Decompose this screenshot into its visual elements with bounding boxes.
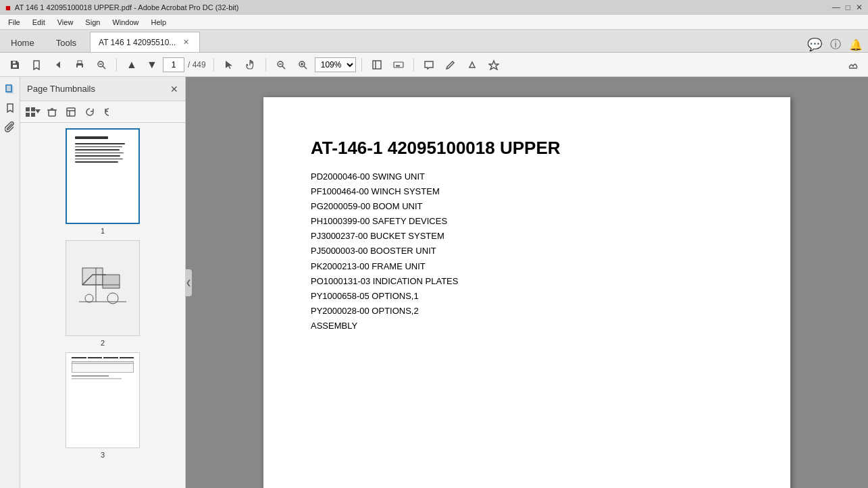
svg-rect-39 xyxy=(103,275,120,288)
rotate-left-button[interactable] xyxy=(81,104,99,120)
bookmark-button[interactable] xyxy=(27,55,46,74)
insert-page-button[interactable] xyxy=(62,104,80,120)
notification-icon[interactable]: 🔔 xyxy=(849,38,863,51)
pdf-title: AT-146-1 42095100018 UPPER xyxy=(311,138,743,159)
next-page-arrow[interactable]: ▼ xyxy=(143,55,161,74)
tab-home[interactable]: Home xyxy=(0,33,45,52)
attachments-button[interactable] xyxy=(2,119,18,135)
sidebar-close-button[interactable]: ✕ xyxy=(170,84,178,94)
separator-5 xyxy=(413,58,414,72)
svg-point-41 xyxy=(85,294,93,302)
chat-icon[interactable]: 💬 xyxy=(807,37,822,52)
help-icon[interactable]: ⓘ xyxy=(830,38,841,52)
tab-bar: Home Tools AT 146 1 42095510... ✕ 💬 ⓘ 🔔 xyxy=(0,30,868,53)
svg-rect-27 xyxy=(26,107,30,111)
print-button[interactable] xyxy=(70,55,89,74)
thumb-box-3[interactable] xyxy=(66,352,140,448)
pdf-content-list: PD2000046-00 SWING UNIT PF1000464-00 WIN… xyxy=(311,169,743,333)
thumb-label-2: 2 xyxy=(101,339,105,347)
sidebar-title: Page Thumbnails xyxy=(27,84,95,94)
thumb-label-3: 3 xyxy=(101,451,105,459)
pdf-item-10: ASSEMBLY xyxy=(311,319,743,333)
thumb-box-1[interactable] xyxy=(66,128,140,224)
prev-page-arrow[interactable]: ▲ xyxy=(122,55,141,74)
tab-close-button[interactable]: ✕ xyxy=(181,36,191,48)
zoom-out-button[interactable] xyxy=(92,55,111,74)
svg-marker-23 xyxy=(489,61,499,70)
zoom-minus-button[interactable] xyxy=(272,55,290,74)
tab-tools[interactable]: Tools xyxy=(45,33,87,52)
tab-document[interactable]: AT 146 1 42095510... ✕ xyxy=(90,32,200,52)
menu-window[interactable]: Window xyxy=(107,17,144,28)
separator-1 xyxy=(116,58,117,72)
delete-page-button[interactable] xyxy=(43,104,61,120)
separator-3 xyxy=(265,58,266,72)
sidebar-toolbar xyxy=(20,101,185,123)
content-area: AT-146-1 42095100018 UPPER PD2000046-00 … xyxy=(186,77,868,488)
menu-edit[interactable]: Edit xyxy=(27,17,51,28)
pdf-page: AT-146-1 42095100018 UPPER PD2000046-00 … xyxy=(263,97,790,488)
select-tool-button[interactable] xyxy=(220,55,238,74)
left-icon-strip xyxy=(0,77,20,488)
pencil-button[interactable] xyxy=(441,55,460,74)
menu-view[interactable]: View xyxy=(52,17,79,28)
title-bar: ■ AT 146 1 42095100018 UPPER.pdf - Adobe… xyxy=(0,0,868,15)
title-bar-controls: — □ ✕ xyxy=(832,3,863,12)
menu-help[interactable]: Help xyxy=(146,17,172,28)
fit-page-button[interactable] xyxy=(367,55,386,74)
svg-rect-29 xyxy=(26,113,30,117)
pdf-item-8: PY1000658-05 OPTIONS,1 xyxy=(311,289,743,304)
svg-rect-35 xyxy=(67,108,75,116)
keyboard-button[interactable] xyxy=(389,55,408,74)
svg-marker-7 xyxy=(226,61,232,69)
bookmarks-button[interactable] xyxy=(2,100,18,116)
stamp-button[interactable] xyxy=(484,55,503,74)
previous-page-button[interactable] xyxy=(49,55,68,74)
maximize-button[interactable]: □ xyxy=(846,3,850,12)
svg-line-9 xyxy=(282,66,285,69)
highlight-button[interactable] xyxy=(463,55,482,74)
thumb-box-2[interactable] xyxy=(66,240,140,336)
svg-rect-2 xyxy=(78,61,82,63)
thumbnails-container: 1 2 xyxy=(20,123,185,488)
comment-button[interactable] xyxy=(419,55,438,74)
minimize-button[interactable]: — xyxy=(832,3,840,12)
thumb-label-1: 1 xyxy=(101,227,105,235)
thumb-view-options[interactable] xyxy=(24,104,42,120)
pdf-item-0: PD2000046-00 SWING UNIT xyxy=(311,169,743,184)
svg-line-12 xyxy=(304,66,307,69)
pages-panel-button[interactable] xyxy=(2,81,18,97)
thumbnail-1[interactable]: 1 xyxy=(66,128,140,235)
rotate-right-button[interactable] xyxy=(100,104,118,120)
svg-rect-32 xyxy=(49,110,55,116)
pdf-item-6: PK2000213-00 FRAME UNIT xyxy=(311,259,743,274)
collapse-panel-handle[interactable]: ❮ xyxy=(185,269,192,296)
hand-tool-button[interactable] xyxy=(241,55,260,74)
thumbnail-3[interactable]: 3 xyxy=(66,352,140,459)
menu-file[interactable]: File xyxy=(3,17,26,28)
svg-rect-15 xyxy=(373,61,381,69)
zoom-plus-button[interactable] xyxy=(293,55,312,74)
pdf-item-7: PO1000131-03 INDICATION PLATES xyxy=(311,274,743,289)
svg-marker-31 xyxy=(35,109,41,113)
title-text: AT 146 1 42095100018 UPPER.pdf - Adobe A… xyxy=(15,3,239,11)
thumb-content-3 xyxy=(72,357,134,379)
pdf-item-4: PJ3000237-00 BUCKET SYSTEM xyxy=(311,229,743,244)
zoom-select[interactable]: 109% 100% 75% 50% 125% 150% 200% xyxy=(315,57,356,72)
separator-4 xyxy=(361,58,362,72)
page-navigation: ▲ ▼ 1 / 449 xyxy=(122,55,208,74)
thumbnail-2[interactable]: 2 xyxy=(66,240,140,347)
thumb-lines-1 xyxy=(75,136,130,165)
menu-sign[interactable]: Sign xyxy=(80,17,105,28)
save-button[interactable] xyxy=(5,55,24,74)
sign-button[interactable] xyxy=(844,55,863,74)
svg-rect-26 xyxy=(7,86,13,93)
page-separator: / 449 xyxy=(186,60,208,70)
svg-marker-0 xyxy=(56,61,60,68)
pdf-item-5: PJ5000003-00 BOOSTER UNIT xyxy=(311,244,743,259)
sidebar-header: Page Thumbnails ✕ xyxy=(20,77,185,101)
close-button[interactable]: ✕ xyxy=(856,3,863,12)
page-number-input[interactable]: 1 xyxy=(163,57,184,72)
pdf-item-2: PG2000059-00 BOOM UNIT xyxy=(311,199,743,214)
separator-2 xyxy=(213,58,214,72)
